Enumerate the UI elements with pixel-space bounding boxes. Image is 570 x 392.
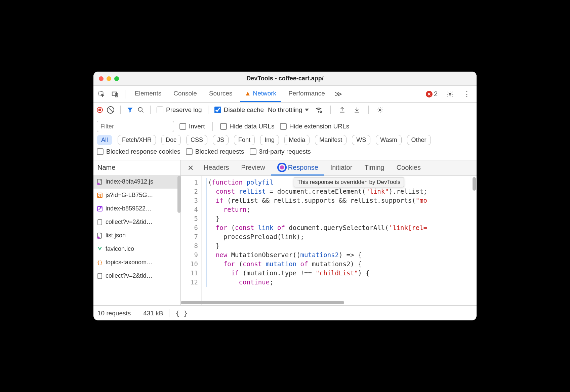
disable-cache-checkbox[interactable]: Disable cache	[214, 106, 264, 114]
overflow-menu-icon[interactable]: ⋮	[460, 90, 474, 99]
tab-response[interactable]: Response	[271, 160, 324, 175]
throttling-select[interactable]: No throttling	[268, 106, 309, 114]
type-pill-manifest[interactable]: Manifest	[315, 135, 347, 145]
json-icon	[97, 233, 103, 239]
response-code-viewer[interactable]: 123456789101112 (function polyfil const …	[181, 176, 477, 305]
request-name: index-b859522…	[106, 205, 152, 212]
separator	[125, 90, 125, 99]
type-pill-all[interactable]: All	[97, 135, 112, 145]
type-pill-other[interactable]: Other	[407, 135, 431, 145]
doc-icon	[97, 273, 103, 279]
more-tabs-button[interactable]: ≫	[332, 90, 344, 99]
window-controls	[99, 76, 119, 81]
svg-rect-13	[98, 220, 102, 225]
type-pill-img[interactable]: Img	[260, 135, 279, 145]
request-row[interactable]: index-8bfa4912.js	[93, 175, 180, 189]
network-settings-icon[interactable]	[375, 107, 385, 113]
vertical-scrollbar[interactable]	[473, 177, 476, 191]
js-override-icon	[97, 179, 103, 185]
svg-text:{}: {}	[97, 260, 103, 265]
type-pill-fetchxhr[interactable]: Fetch/XHR	[118, 135, 156, 145]
preserve-log-checkbox[interactable]: Preserve log	[157, 106, 202, 114]
clear-button[interactable]	[107, 106, 114, 114]
blocked-requests-checkbox[interactable]: Blocked requests	[186, 148, 244, 155]
request-row[interactable]: list.json	[93, 229, 180, 242]
tab-performance[interactable]: Performance	[284, 86, 330, 102]
tab-network[interactable]: ▲Network	[240, 86, 281, 102]
svg-text:JS: JS	[98, 194, 102, 197]
type-pill-ws[interactable]: WS	[352, 135, 370, 145]
record-button[interactable]	[97, 107, 103, 113]
request-count: 10 requests	[97, 310, 131, 317]
window-title: DevTools - coffee-cart.app/	[246, 75, 324, 82]
request-row[interactable]: JSjs?id=G-LB75G…	[93, 189, 180, 202]
filter-section: Invert Hide data URLs Hide extension URL…	[93, 117, 477, 160]
request-name: index-8bfa4912.js	[106, 178, 153, 185]
export-har-icon[interactable]	[337, 107, 348, 113]
request-row[interactable]: {}topics-taxonom…	[93, 256, 180, 269]
error-counter[interactable]: ✕ 2	[423, 90, 440, 98]
svg-point-3	[449, 93, 451, 95]
inspect-icon[interactable]	[96, 89, 107, 100]
request-name: collect?v=2&tid…	[106, 272, 153, 279]
scrollbar[interactable]	[177, 175, 181, 305]
request-row[interactable]: index-b859522…	[93, 202, 180, 215]
third-party-checkbox[interactable]: 3rd-party requests	[250, 148, 311, 155]
request-row[interactable]: favicon.ico	[93, 242, 180, 256]
gutter: 123456789101112	[181, 176, 202, 305]
tab-timing[interactable]: Timing	[358, 160, 390, 175]
doc-icon	[97, 219, 103, 225]
js-ext-icon: JS	[97, 192, 103, 198]
minimize-window-button[interactable]	[107, 76, 111, 81]
request-name: favicon.ico	[106, 245, 134, 252]
request-row[interactable]: collect?v=2&tid…	[93, 269, 180, 283]
network-conditions-icon[interactable]	[313, 106, 324, 114]
horizontal-scrollbar[interactable]	[181, 300, 473, 305]
svg-rect-1	[112, 92, 117, 95]
content-area: Name index-8bfa4912.jsJSjs?id=G-LB75G…in…	[93, 160, 477, 306]
settings-icon[interactable]	[443, 90, 457, 98]
type-pill-doc[interactable]: Doc	[161, 135, 181, 145]
braces-icon: {}	[97, 260, 103, 266]
chevron-down-icon	[305, 109, 309, 111]
filter-funnel-icon[interactable]	[127, 107, 133, 113]
tab-console[interactable]: Console	[169, 86, 202, 102]
type-pill-js[interactable]: JS	[213, 135, 229, 145]
tab-sources[interactable]: Sources	[204, 86, 237, 102]
device-toolbar-icon[interactable]	[110, 89, 120, 100]
transfer-size: 431 kB	[143, 310, 163, 317]
maximize-window-button[interactable]	[114, 76, 119, 81]
type-filter-row: AllFetch/XHRDocCSSJSFontImgMediaManifest…	[97, 133, 473, 147]
main-tab-strip: Elements Console Sources ▲Network Perfor…	[93, 86, 477, 103]
code: (function polyfil const relList = docume…	[202, 176, 477, 305]
type-pill-wasm[interactable]: Wasm	[376, 135, 401, 145]
request-name: js?id=G-LB75G…	[106, 192, 153, 199]
svg-point-5	[318, 111, 319, 112]
filter-input[interactable]	[97, 121, 174, 132]
close-window-button[interactable]	[99, 76, 104, 81]
tab-headers[interactable]: Headers	[198, 160, 235, 175]
error-icon: ✕	[426, 91, 433, 97]
name-column-header[interactable]: Name	[93, 160, 180, 175]
titlebar: DevTools - coffee-cart.app/	[93, 72, 477, 86]
tab-preview[interactable]: Preview	[235, 160, 271, 175]
devtools-window: DevTools - coffee-cart.app/ Elements Con…	[93, 72, 477, 320]
hide-extension-urls-checkbox[interactable]: Hide extension URLs	[280, 123, 349, 130]
tab-cookies[interactable]: Cookies	[391, 160, 427, 175]
type-pill-css[interactable]: CSS	[186, 135, 207, 145]
tab-elements[interactable]: Elements	[130, 86, 166, 102]
tab-initiator[interactable]: Initiator	[324, 160, 359, 175]
import-har-icon[interactable]	[352, 107, 362, 113]
pretty-print-icon[interactable]: { }	[175, 309, 188, 317]
search-icon[interactable]	[137, 107, 144, 113]
hide-data-urls-checkbox[interactable]: Hide data URLs	[220, 123, 275, 130]
invert-checkbox[interactable]: Invert	[179, 123, 205, 130]
close-detail-button[interactable]: ✕	[184, 164, 198, 172]
detail-panel: ✕ Headers Preview Response Initiator Tim…	[181, 160, 477, 305]
warning-icon: ▲	[245, 90, 251, 97]
type-pill-media[interactable]: Media	[284, 135, 310, 145]
blocked-cookies-checkbox[interactable]: Blocked response cookies	[97, 148, 180, 155]
request-list: Name index-8bfa4912.jsJSjs?id=G-LB75G…in…	[93, 160, 181, 305]
type-pill-font[interactable]: Font	[234, 135, 255, 145]
request-row[interactable]: collect?v=2&tid…	[93, 215, 180, 229]
